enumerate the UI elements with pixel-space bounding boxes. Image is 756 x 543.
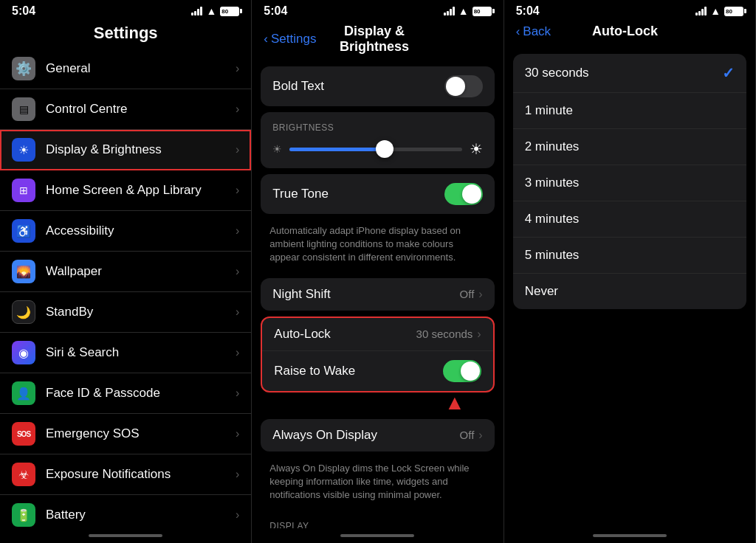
control-centre-icon: ▤ (12, 97, 35, 121)
settings-list: ⚙️ General › ▤ Control Centre › ☀ Displa… (0, 49, 251, 528)
back-label-p3: Back (523, 24, 551, 39)
sos-icon: SOS (12, 422, 35, 446)
settings-item-control-centre[interactable]: ▤ Control Centre › (0, 89, 251, 130)
home-screen-label: Home Screen & App Library (46, 183, 236, 198)
settings-item-emergency-sos[interactable]: SOS Emergency SOS › (0, 414, 251, 454)
status-icons-panel3: ▲ 80 (695, 5, 743, 17)
toggle-knob (446, 77, 465, 96)
checkmark-30sec: ✓ (722, 64, 735, 82)
display-title: Display & Brightness (316, 24, 432, 55)
settings-item-siri[interactable]: ◉ Siri & Search › (0, 333, 251, 373)
status-bar-panel3: 5:04 ▲ 80 (504, 0, 755, 21)
autolock-item-4min[interactable]: 4 minutes (513, 201, 746, 238)
always-on-row[interactable]: Always On Display Off › (261, 419, 494, 452)
battery-icon-p3: 80 (724, 7, 743, 16)
auto-lock-panel: 5:04 ▲ 80 ‹ Back Auto-Lock 30 seconds ✓ (504, 0, 756, 543)
wifi-icon-p3: ▲ (710, 5, 721, 17)
autolock-item-3min[interactable]: 3 minutes (513, 165, 746, 201)
night-shift-row[interactable]: Night Shift Off › (261, 278, 494, 311)
brightness-label: BRIGHTNESS (272, 122, 482, 133)
standby-label: StandBy (46, 305, 236, 319)
always-on-section: Always On Display Off › (261, 419, 494, 452)
home-bar-p3 (593, 534, 667, 537)
settings-item-display-brightness[interactable]: ☀ Display & Brightness › (0, 130, 251, 170)
settings-item-accessibility[interactable]: ♿ Accessibility › (0, 211, 251, 252)
chevron-autolock: › (477, 328, 481, 341)
true-tone-row[interactable]: True Tone (261, 174, 494, 214)
settings-item-standby[interactable]: 🌙 StandBy › (0, 292, 251, 333)
signal-icon-p2 (444, 7, 455, 15)
raise-to-wake-row[interactable]: Raise to Wake (262, 351, 492, 391)
brightness-slider[interactable] (289, 148, 461, 151)
settings-item-face-id[interactable]: 👤 Face ID & Passcode › (0, 373, 251, 414)
night-shift-label: Night Shift (272, 287, 459, 302)
battery-icon: 80 (220, 7, 239, 16)
signal-icon-p3 (695, 7, 707, 15)
chevron-icon: › (236, 62, 239, 75)
autolock-label-1min: 1 minute (525, 103, 735, 118)
settings-item-battery[interactable]: 🔋 Battery › (0, 495, 251, 528)
home-screen-icon: ⊞ (12, 179, 35, 202)
autolock-item-2min[interactable]: 2 minutes (513, 129, 746, 165)
exposure-icon: ☣ (12, 463, 35, 486)
wifi-icon: ▲ (206, 5, 216, 17)
slider-fill (289, 148, 384, 151)
back-button-p2[interactable]: ‹ Settings (264, 32, 316, 46)
control-centre-label: Control Centre (46, 102, 236, 117)
autolock-item-5min[interactable]: 5 minutes (513, 238, 746, 274)
exposure-label: Exposure Notifications (46, 467, 236, 482)
accessibility-icon: ♿ (12, 219, 35, 243)
annotation-arrow-up: ▲ (444, 392, 465, 413)
back-button-p3[interactable]: ‹ Back (516, 24, 551, 39)
general-icon: ⚙️ (12, 57, 35, 80)
back-chevron-icon-p3: ‹ (516, 24, 520, 39)
home-bar-p2 (340, 534, 414, 537)
chevron-icon: › (236, 427, 239, 440)
toggle-knob-rtw (461, 362, 480, 381)
slider-thumb[interactable] (376, 140, 394, 158)
always-on-desc: Always On Display dims the Lock Screen w… (252, 457, 503, 510)
true-tone-toggle[interactable] (444, 183, 483, 205)
time-panel3: 5:04 (516, 4, 540, 18)
autolock-item-never[interactable]: Never (513, 274, 746, 309)
bold-text-toggle[interactable] (444, 75, 483, 97)
settings-item-general[interactable]: ⚙️ General › (0, 49, 251, 89)
wallpaper-icon: 🌄 (12, 260, 35, 283)
auto-lock-options: 30 seconds ✓ 1 minute 2 minutes 3 minute… (513, 54, 746, 309)
auto-lock-row[interactable]: Auto-Lock 30 seconds › (262, 318, 492, 351)
time-panel2: 5:04 (264, 4, 287, 18)
siri-label: Siri & Search (46, 345, 236, 360)
siri-icon: ◉ (12, 341, 35, 364)
chevron-icon: › (236, 184, 239, 197)
chevron-aod: › (478, 429, 482, 442)
time-panel1: 5:04 (12, 4, 35, 18)
battery-settings-icon: 🔋 (12, 503, 35, 527)
night-shift-section: Night Shift Off › (261, 278, 494, 311)
display-brightness-panel: 5:04 ▲ 80 ‹ Settings Display & Brightnes… (252, 0, 504, 543)
bold-text-row[interactable]: Bold Text (261, 66, 494, 106)
chevron-icon: › (236, 103, 239, 116)
wallpaper-label: Wallpaper (46, 264, 236, 279)
settings-item-exposure[interactable]: ☣ Exposure Notifications › (0, 454, 251, 495)
settings-title: Settings (0, 21, 251, 49)
bold-text-label: Bold Text (272, 79, 444, 94)
display-nav-bar: ‹ Settings Display & Brightness (252, 21, 503, 60)
autolock-label-never: Never (525, 284, 735, 299)
chevron-icon: › (236, 224, 239, 238)
display-section-header: DISPLAY (252, 509, 503, 528)
autolock-item-30sec[interactable]: 30 seconds ✓ (513, 54, 746, 93)
autolock-item-1min[interactable]: 1 minute (513, 93, 746, 129)
chevron-icon: › (236, 346, 239, 359)
back-label-p2: Settings (271, 32, 316, 46)
face-id-icon: 👤 (12, 381, 35, 405)
true-tone-desc: Automatically adapt iPhone display based… (252, 220, 503, 272)
display-icon: ☀ (12, 138, 35, 162)
settings-item-wallpaper[interactable]: 🌄 Wallpaper › (0, 252, 251, 292)
signal-icon (191, 7, 202, 15)
sos-label: Emergency SOS (46, 426, 236, 441)
settings-item-home-screen[interactable]: ⊞ Home Screen & App Library › (0, 170, 251, 211)
auto-lock-value: 30 seconds (416, 328, 473, 340)
auto-lock-label: Auto-Lock (274, 327, 416, 342)
raise-to-wake-toggle[interactable] (443, 360, 481, 382)
home-indicator-p1 (0, 528, 251, 543)
